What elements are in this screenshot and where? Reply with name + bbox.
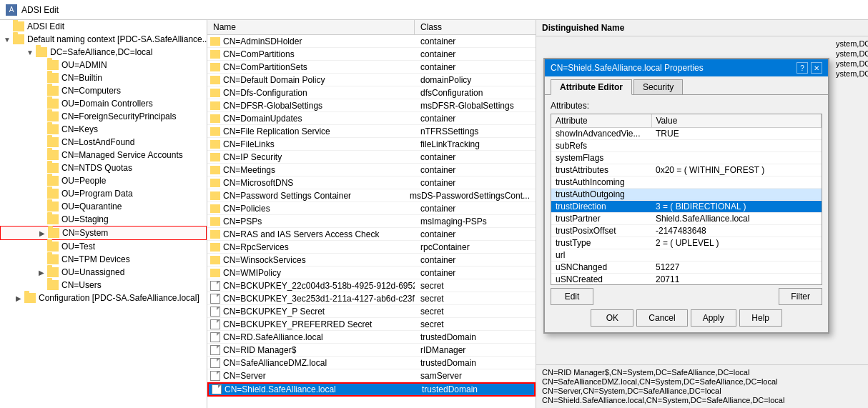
cancel-button[interactable]: Cancel bbox=[636, 309, 687, 327]
tree-item-cn-keys[interactable]: CN=Keys bbox=[0, 123, 207, 136]
attr-col-header-value[interactable]: Value bbox=[651, 114, 822, 128]
folder-icon-ou-program bbox=[47, 189, 59, 199]
tree-item-cn-builtin[interactable]: CN=Builtin bbox=[0, 71, 207, 84]
col-header-name[interactable]: Name bbox=[207, 20, 415, 34]
tab-attr-editor[interactable]: Attribute Editor bbox=[551, 79, 632, 95]
dialog-help-btn[interactable]: ? bbox=[797, 62, 808, 74]
dialog-close-btn[interactable]: ✕ bbox=[811, 62, 822, 74]
tree-item-cn-foreign[interactable]: CN=ForeignSecurityPrincipals bbox=[0, 110, 207, 123]
list-row[interactable]: CN=RID Manager$ rIDManager bbox=[207, 344, 536, 357]
expand-dc-safe[interactable]: ▼ bbox=[24, 46, 36, 58]
tree-item-configuration[interactable]: ▶Configuration [PDC-SA.SafeAlliance.loca… bbox=[0, 292, 207, 304]
list-row[interactable]: CN=DomainUpdates container bbox=[207, 112, 536, 125]
attr-row[interactable]: url bbox=[551, 249, 822, 262]
expand-default-naming[interactable]: ▼ bbox=[1, 34, 13, 45]
list-row[interactable]: CN=WinsockServices container bbox=[207, 254, 536, 267]
list-row[interactable]: CN=BCKUPKEY_PREFERRED Secret secret bbox=[207, 318, 536, 331]
list-row[interactable]: CN=BCKUPKEY_P Secret secret bbox=[207, 305, 536, 318]
list-row[interactable]: CN=BCKUPKEY_22c004d3-518b-4925-912d-6952… bbox=[207, 279, 536, 292]
attr-row[interactable]: trustAuthOutgoing bbox=[551, 189, 822, 201]
tree-label-adsi-edit: ADSI Edit bbox=[27, 21, 64, 31]
expand-ou-unassigned[interactable]: ▶ bbox=[36, 267, 47, 278]
list-row[interactable]: CN=MicrosoftDNS container bbox=[207, 176, 536, 189]
tree-item-cn-ntds[interactable]: CN=NTDS Quotas bbox=[0, 161, 207, 174]
list-row[interactable]: CN=RD.SafeAlliance.local trustedDomain bbox=[207, 331, 536, 344]
tree-item-cn-system[interactable]: ▶CN=System bbox=[0, 226, 207, 240]
expand-cn-system[interactable]: ▶ bbox=[36, 227, 48, 239]
tree-item-adsi-edit[interactable]: ADSI Edit bbox=[0, 20, 207, 33]
list-row[interactable]: CN=RAS and IAS Servers Access Check cont… bbox=[207, 228, 536, 241]
tree-item-default-naming[interactable]: ▼Default naming context [PDC-SA.SafeAlli… bbox=[0, 33, 207, 46]
attr-row[interactable]: trustType 2 = ( UPLEVEL ) bbox=[551, 237, 822, 249]
tree-item-ou-admin[interactable]: OU=ADMIN bbox=[0, 59, 207, 71]
list-row[interactable]: CN=Meetings container bbox=[207, 164, 536, 176]
tree-item-ou-unassigned[interactable]: ▶OU=Unassigned bbox=[0, 266, 207, 279]
tree-label-cn-foreign: CN=ForeignSecurityPrincipals bbox=[61, 111, 176, 121]
attr-value: 3 = ( BIDIRECTIONAL ) bbox=[651, 201, 822, 213]
tree-label-cn-keys: CN=Keys bbox=[61, 124, 98, 134]
apply-button[interactable]: Apply bbox=[691, 309, 736, 327]
help-dialog-button[interactable]: Help bbox=[739, 309, 782, 327]
attr-row[interactable]: showInAdvancedVie... TRUE bbox=[551, 128, 822, 140]
list-row[interactable]: CN=Dfs-Configuration dfsConfiguration bbox=[207, 86, 536, 99]
list-rows-container: CN=AdminSDHolder container CN=ComPartiti… bbox=[207, 35, 536, 397]
list-row[interactable]: CN=Policies container bbox=[207, 202, 536, 215]
edit-button[interactable]: Edit bbox=[551, 288, 593, 305]
tree-item-ou-program[interactable]: OU=Program Data bbox=[0, 187, 207, 200]
list-row[interactable]: CN=BCKUPKEY_3ec253d1-211a-4127-ab6d-c23f… bbox=[207, 292, 536, 305]
expand-configuration[interactable]: ▶ bbox=[13, 292, 24, 304]
tree-item-cn-computers[interactable]: CN=Computers bbox=[0, 84, 207, 97]
list-row-class: rIDManager bbox=[415, 344, 536, 356]
attr-row[interactable]: uSNChanged 51227 bbox=[551, 262, 822, 274]
tree-label-ou-unassigned: OU=Unassigned bbox=[61, 267, 124, 277]
filter-button[interactable]: Filter bbox=[779, 288, 822, 305]
dn-side-line: ystem,DC=SafeAlliance,DC=local bbox=[836, 39, 865, 48]
list-row-class: container bbox=[415, 36, 536, 47]
list-row[interactable]: CN=ComPartitions container bbox=[207, 48, 536, 61]
attr-row[interactable]: trustDirection 3 = ( BIDIRECTIONAL ) bbox=[551, 201, 822, 213]
list-row[interactable]: CN=DFSR-GlobalSettings msDFSR-GlobalSett… bbox=[207, 99, 536, 112]
attr-row[interactable]: subRefs bbox=[551, 140, 822, 152]
list-row[interactable]: CN=FileLinks fileLinkTracking bbox=[207, 138, 536, 151]
tree-item-ou-test[interactable]: OU=Test bbox=[0, 240, 207, 253]
list-row-name: CN=SafeAllianceDMZ.local bbox=[207, 357, 415, 369]
attr-row[interactable]: trustAuthIncoming bbox=[551, 176, 822, 189]
list-row[interactable]: CN=Server samServer bbox=[207, 369, 536, 382]
list-row-class: container bbox=[415, 49, 536, 60]
list-row[interactable]: CN=Shield.SafeAlliance.local trustedDoma… bbox=[207, 382, 536, 397]
tree-item-ou-people[interactable]: OU=People bbox=[0, 174, 207, 187]
doc-icon bbox=[210, 294, 220, 304]
list-row[interactable]: CN=Default Domain Policy domainPolicy bbox=[207, 74, 536, 86]
attr-row[interactable]: systemFlags bbox=[551, 152, 822, 164]
list-row[interactable]: CN=PSPs msImaging-PSPs bbox=[207, 215, 536, 228]
col-header-class[interactable]: Class bbox=[415, 20, 536, 34]
list-row[interactable]: CN=ComPartitionSets container bbox=[207, 61, 536, 74]
ok-button[interactable]: OK bbox=[591, 309, 633, 327]
attr-col-header-attribute[interactable]: Attribute bbox=[551, 114, 651, 128]
tree-item-cn-users[interactable]: CN=Users bbox=[0, 279, 207, 292]
tab-security[interactable]: Security bbox=[633, 79, 683, 95]
dn-header: Distinguished Name bbox=[536, 20, 868, 36]
tree-item-ou-quarantine[interactable]: OU=Quarantine bbox=[0, 200, 207, 213]
attr-row[interactable]: uSNCreated 20711 bbox=[551, 274, 822, 286]
main-layout: ADSI Edit▼Default naming context [PDC-SA… bbox=[0, 20, 868, 408]
dn-side-line: ystem,DC=SafeAlliance,DC=local bbox=[836, 59, 865, 68]
tree-item-ou-domain-ctrl[interactable]: OU=Domain Controllers bbox=[0, 97, 207, 110]
attr-row[interactable]: trustPosixOffset -2147483648 bbox=[551, 225, 822, 237]
tree-item-cn-tpm[interactable]: CN=TPM Devices bbox=[0, 253, 207, 266]
tree-item-cn-lost[interactable]: CN=LostAndFound bbox=[0, 136, 207, 149]
list-row[interactable]: CN=Password Settings Container msDS-Pass… bbox=[207, 189, 536, 202]
tree-label-cn-users: CN=Users bbox=[61, 280, 102, 290]
list-row[interactable]: CN=WMIPolicy container bbox=[207, 267, 536, 279]
list-row[interactable]: CN=SafeAllianceDMZ.local trustedDomain bbox=[207, 357, 536, 369]
attr-row[interactable]: trustPartner Shield.SafeAlliance.local bbox=[551, 213, 822, 225]
list-row[interactable]: CN=RpcServices rpcContainer bbox=[207, 241, 536, 254]
list-row[interactable]: CN=AdminSDHolder container bbox=[207, 35, 536, 48]
list-row[interactable]: CN=File Replication Service nTFRSSetting… bbox=[207, 125, 536, 138]
attr-name: uSNChanged bbox=[551, 262, 651, 274]
attr-row[interactable]: trustAttributes 0x20 = ( WITHIN_FOREST ) bbox=[551, 164, 822, 176]
tree-item-cn-managed[interactable]: CN=Managed Service Accounts bbox=[0, 149, 207, 161]
list-row[interactable]: CN=IP Security container bbox=[207, 151, 536, 164]
tree-item-dc-safe[interactable]: ▼DC=SafeAlliance,DC=local bbox=[0, 46, 207, 59]
tree-item-ou-staging[interactable]: OU=Staging bbox=[0, 213, 207, 226]
